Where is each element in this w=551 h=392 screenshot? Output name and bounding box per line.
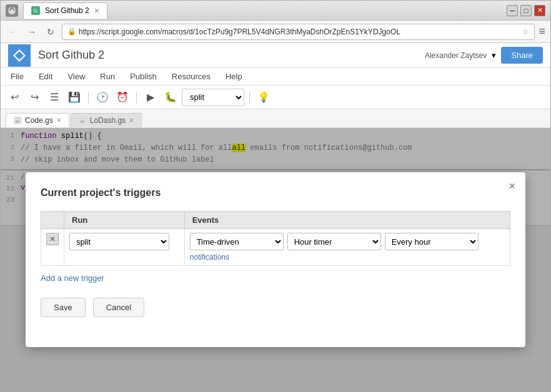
dialog-buttons: Save Cancel xyxy=(41,298,510,317)
menu-view[interactable]: View xyxy=(65,71,87,82)
dialog-title: Current project's triggers xyxy=(41,187,510,198)
trigger-row: ✕ split Time-driven xyxy=(41,229,510,266)
add-trigger-link[interactable]: Add a new trigger xyxy=(41,273,510,283)
menu-bar: File Edit View Run Publish Resources Hel… xyxy=(1,68,550,86)
list-btn[interactable]: ☰ xyxy=(46,89,63,106)
app-logo xyxy=(8,44,31,67)
tab-code-gs-close[interactable]: × xyxy=(57,116,61,125)
undo-btn[interactable]: ↩ xyxy=(6,89,23,106)
run-btn[interactable]: ▶ xyxy=(142,89,159,106)
function-selector[interactable]: split xyxy=(182,89,244,106)
svg-text:gs: gs xyxy=(16,119,19,123)
app-title: Sort Github 2 xyxy=(38,49,104,62)
bookmark-icon[interactable]: ☆ xyxy=(522,27,529,36)
frequency-select[interactable]: Every hour xyxy=(385,233,479,250)
user-name: Alexander Zaytsev xyxy=(425,51,487,60)
address-bar: ← → ↻ 🔒 https://script.google.com/macros… xyxy=(1,21,550,43)
tab-lodash-gs[interactable]: gs LoDash.gs × xyxy=(71,113,142,127)
title-bar: G Sort Github 2 × ─ □ ✕ xyxy=(1,1,550,21)
triggers-table: Run Events ✕ split xyxy=(41,211,510,266)
separator-1 xyxy=(88,91,89,104)
save-button[interactable]: Save xyxy=(41,298,86,317)
browser-tab[interactable]: G Sort Github 2 × xyxy=(23,2,107,19)
tab-title: Sort Github 2 xyxy=(45,6,89,15)
app-header: Sort Github 2 Alexander Zaytsev ▾ Share xyxy=(1,43,550,68)
function-select[interactable]: split xyxy=(69,233,169,250)
dialog-close-btn[interactable]: × xyxy=(509,180,515,193)
window-controls: ─ □ ✕ xyxy=(507,5,545,16)
forward-btn[interactable]: → xyxy=(24,24,39,39)
timer-type-select[interactable]: Hour timer xyxy=(287,233,381,250)
bulb-btn[interactable]: 💡 xyxy=(255,89,272,106)
history-btn[interactable]: 🕑 xyxy=(94,89,111,106)
lock-icon: 🔒 xyxy=(67,27,76,36)
close-btn[interactable]: ✕ xyxy=(534,5,545,16)
separator-2 xyxy=(136,91,137,104)
tab-lodash-gs-close[interactable]: × xyxy=(129,116,134,125)
back-btn[interactable]: ← xyxy=(6,24,21,39)
debug-btn[interactable]: 🐛 xyxy=(162,89,179,106)
menu-edit[interactable]: Edit xyxy=(36,71,55,82)
file-icon-1: gs xyxy=(14,117,21,124)
tab-favicon: G xyxy=(31,6,40,15)
clock-btn[interactable]: ⏰ xyxy=(114,89,131,106)
svg-text:gs: gs xyxy=(81,119,84,123)
triggers-dialog: × Current project's triggers Run Events xyxy=(26,172,525,347)
col-events: Events xyxy=(184,212,510,229)
dialog-overlay: × Current project's triggers Run Events xyxy=(1,128,550,391)
toolbar: ↩ ↪ ☰ 💾 🕑 ⏰ ▶ 🐛 split 💡 xyxy=(1,86,550,109)
remove-trigger-btn[interactable]: ✕ xyxy=(46,233,59,245)
tab-close-btn[interactable]: × xyxy=(94,6,99,16)
user-dropdown-icon: ▾ xyxy=(492,51,496,60)
col-run: Run xyxy=(64,212,185,229)
cancel-button[interactable]: Cancel xyxy=(93,298,144,317)
menu-publish[interactable]: Publish xyxy=(127,71,159,82)
svg-text:G: G xyxy=(33,7,37,14)
minimize-btn[interactable]: ─ xyxy=(507,5,518,16)
redo-btn[interactable]: ↪ xyxy=(26,89,43,106)
code-tabs: gs Code.gs × gs LoDash.gs × xyxy=(1,109,550,128)
menu-run[interactable]: Run xyxy=(97,71,117,82)
more-options-btn[interactable]: ≡ xyxy=(539,25,545,38)
tab-code-gs-label: Code.gs xyxy=(25,116,53,125)
menu-file[interactable]: File xyxy=(8,71,26,82)
tab-code-gs[interactable]: gs Code.gs × xyxy=(6,113,69,127)
maximize-btn[interactable]: □ xyxy=(520,5,532,16)
separator-3 xyxy=(249,91,250,104)
menu-resources[interactable]: Resources xyxy=(169,71,213,82)
file-icon-2: gs xyxy=(79,117,86,124)
tab-lodash-gs-label: LoDash.gs xyxy=(90,116,126,125)
url-text: https://script.google.com/macros/d/1ocTz… xyxy=(79,27,400,36)
reload-btn[interactable]: ↻ xyxy=(43,24,58,39)
browser-icon xyxy=(6,4,18,17)
save-btn[interactable]: 💾 xyxy=(66,89,83,106)
notifications-link[interactable]: notifications xyxy=(190,253,505,262)
menu-help[interactable]: Help xyxy=(223,71,245,82)
share-button[interactable]: Share xyxy=(501,47,543,64)
event-type-select[interactable]: Time-driven xyxy=(190,233,284,250)
url-bar[interactable]: 🔒 https://script.google.com/macros/d/1oc… xyxy=(62,24,535,40)
